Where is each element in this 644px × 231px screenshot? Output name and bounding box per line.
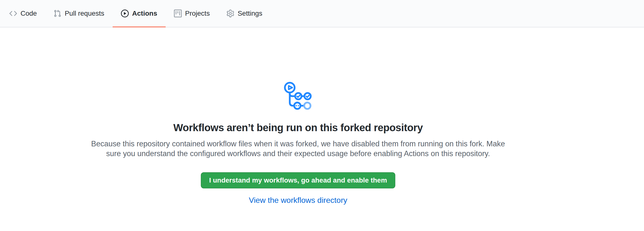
code-icon <box>9 10 17 17</box>
empty-state-title: Workflows aren’t being run on this forke… <box>0 121 596 135</box>
description-line-2: sure you understand the configured workf… <box>0 149 596 159</box>
description-line-1: Because this repository contained workfl… <box>0 139 596 149</box>
tab-actions-label: Actions <box>132 10 157 17</box>
tab-projects-label: Projects <box>185 10 210 17</box>
tab-settings-label: Settings <box>238 10 262 17</box>
workflow-graph-icon <box>284 82 312 110</box>
tab-projects[interactable]: Projects <box>166 0 218 27</box>
tab-settings[interactable]: Settings <box>218 0 271 27</box>
empty-state-description: Because this repository contained workfl… <box>0 139 596 159</box>
project-icon <box>174 10 182 17</box>
enable-workflows-button[interactable]: I understand my workflows, go ahead and … <box>201 172 395 188</box>
workflows-directory-link[interactable]: View the workflows directory <box>249 196 347 204</box>
git-pull-request-icon <box>54 10 61 17</box>
tab-pull-requests[interactable]: Pull requests <box>45 0 113 27</box>
tab-code-label: Code <box>20 10 37 17</box>
actions-disabled-empty-state: Workflows aren’t being run on this forke… <box>0 28 596 205</box>
play-icon <box>121 10 129 17</box>
gear-icon <box>226 10 234 17</box>
repo-tab-bar: Code Pull requests Actions Projects Sett… <box>0 0 644 28</box>
tab-actions[interactable]: Actions <box>113 0 166 27</box>
tab-code[interactable]: Code <box>1 0 45 27</box>
tab-pull-requests-label: Pull requests <box>65 10 104 17</box>
workflows-link-row: View the workflows directory <box>0 195 596 205</box>
